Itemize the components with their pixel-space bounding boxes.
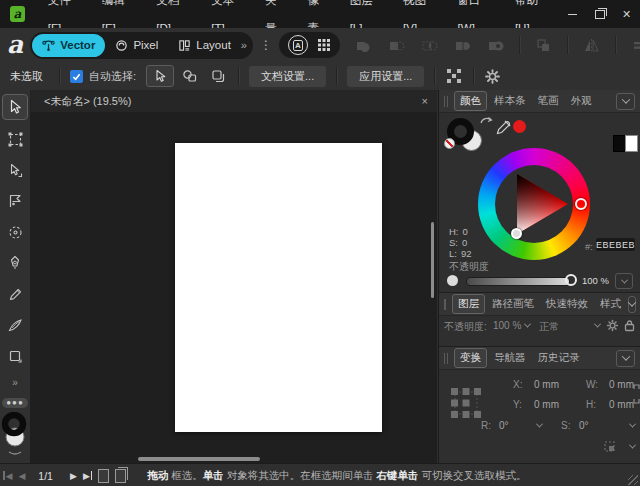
select-object-button[interactable] (178, 66, 202, 86)
persona-vector[interactable]: Vector (32, 34, 105, 57)
link-dimensions-icon[interactable] (633, 383, 640, 405)
facing-pages-icon[interactable] (115, 469, 126, 483)
tab-color[interactable]: 颜色 (454, 91, 487, 111)
no-fill-indicator[interactable] (444, 138, 455, 149)
panel-grip[interactable] (444, 96, 448, 107)
rotation-value[interactable]: 0° (499, 420, 509, 431)
document-tab[interactable]: <未命名> (19.5%) (30, 94, 422, 109)
opacity-dropdown-button[interactable] (615, 273, 633, 289)
panel-grip[interactable] (444, 353, 448, 364)
maximize-button[interactable] (586, 0, 613, 28)
auto-select-checkbox[interactable] (70, 70, 83, 83)
blend-mode-chevron[interactable] (594, 321, 601, 328)
color-picker-icon[interactable] (495, 117, 514, 136)
opacity-min-dot[interactable] (447, 275, 458, 286)
tab-navigator[interactable]: 导航器 (489, 349, 531, 367)
opacity-slider-handle[interactable] (565, 274, 577, 286)
document-settings-button[interactable]: 文档设置... (249, 66, 326, 87)
stroke-well[interactable] (5, 415, 23, 433)
persona-pixel[interactable]: Pixel (105, 34, 168, 57)
saturation-triangle[interactable] (494, 164, 574, 244)
boolean-intersect-icon[interactable] (420, 36, 439, 55)
anchor-point-selector[interactable] (449, 386, 483, 420)
more-tools-chevron[interactable]: » (12, 377, 18, 388)
artboard-tool[interactable] (3, 127, 27, 151)
rectangle-tool[interactable] (3, 344, 27, 368)
tab-layers[interactable]: 图层 (452, 294, 485, 314)
last-page-button[interactable]: ▶ (83, 471, 92, 481)
vertical-scrollbar[interactable] (431, 222, 434, 298)
tab-stroke[interactable]: 笔画 (533, 92, 564, 110)
canvas-viewport[interactable] (30, 112, 437, 463)
horizontal-scrollbar[interactable] (138, 457, 260, 461)
tab-quick-fx[interactable]: 快速特效 (541, 295, 593, 313)
color-wheel[interactable] (478, 148, 590, 260)
hex-value-field[interactable]: EBEBEB (596, 238, 635, 251)
node-tool[interactable] (3, 158, 27, 182)
snapping-icon[interactable] (445, 67, 463, 85)
persona-overflow-chevron[interactable]: » (241, 39, 247, 51)
transform-origin-icon[interactable] (603, 440, 617, 454)
white-swatch[interactable] (625, 135, 638, 152)
minimize-button[interactable] (559, 0, 586, 28)
shear-value[interactable]: 0° (579, 420, 589, 431)
tab-path-brushes[interactable]: 路径画笔 (487, 295, 539, 313)
layers-panel-menu-button[interactable] (628, 296, 636, 313)
grid-toggle-icon[interactable] (317, 38, 331, 52)
rotation-chevron[interactable] (536, 421, 543, 428)
stroke-fill-wells[interactable] (1, 412, 29, 458)
close-button[interactable]: ✕ (613, 0, 640, 28)
align-icon[interactable] (630, 36, 640, 55)
layers-opacity-chevron[interactable] (524, 321, 531, 328)
customize-toolbar-dots[interactable]: ●●● (2, 398, 28, 408)
application-settings-button[interactable]: 应用设置... (347, 66, 424, 87)
toolbar-kebab-icon[interactable]: ⋮ (260, 38, 272, 52)
pencil-tool[interactable] (3, 282, 27, 306)
vector-brush-tool[interactable] (3, 313, 27, 337)
pen-tool[interactable] (3, 251, 27, 275)
point-transform-tool[interactable] (3, 189, 27, 213)
gear-icon[interactable] (484, 68, 501, 85)
window-resize-grip[interactable] (628, 475, 638, 485)
opacity-slider[interactable] (466, 277, 570, 286)
insert-behind-icon[interactable] (534, 36, 553, 55)
w-value[interactable]: 0 mm (609, 379, 634, 390)
x-value[interactable]: 0 mm (534, 379, 559, 390)
tab-styles[interactable]: 样式 (595, 295, 626, 313)
color-panel-menu-button[interactable] (616, 93, 635, 110)
tab-appearance[interactable]: 外观 (566, 92, 597, 110)
blend-options-gear-icon[interactable] (606, 319, 619, 332)
transform-options-chevron[interactable] (629, 442, 636, 449)
previous-page-button[interactable]: ◀ (18, 471, 25, 481)
y-value[interactable]: 0 mm (534, 399, 559, 410)
picked-color-dot[interactable] (513, 120, 526, 133)
swap-colors-icon[interactable] (478, 114, 494, 127)
layers-opacity-value[interactable]: 100 % (493, 320, 521, 331)
tab-history[interactable]: 历史记录 (533, 349, 585, 367)
wells-expand-arc[interactable] (9, 452, 21, 454)
select-cursor-button[interactable] (146, 65, 174, 87)
blend-mode-value[interactable]: 正常 (539, 320, 559, 334)
move-tool[interactable] (2, 94, 28, 120)
tab-close-icon[interactable]: × (422, 95, 428, 107)
flip-horizontal-icon[interactable] (582, 36, 601, 55)
boolean-divide-icon[interactable] (453, 36, 472, 55)
shear-chevron[interactable] (629, 421, 636, 428)
next-page-button[interactable]: ▶ (70, 471, 77, 481)
preview-mode-icon[interactable]: A (288, 35, 308, 55)
document-page[interactable] (175, 143, 382, 432)
hue-selector-handle[interactable] (575, 198, 587, 210)
panel-grip[interactable] (444, 299, 446, 310)
transform-panel-menu-button[interactable] (616, 350, 635, 367)
select-group-button[interactable] (206, 66, 230, 86)
boolean-subtract-icon[interactable] (387, 36, 406, 55)
tab-transform[interactable]: 变换 (454, 348, 487, 368)
lock-icon[interactable] (624, 319, 635, 332)
persona-layout[interactable]: Layout (168, 34, 241, 57)
corner-tool[interactable] (3, 220, 27, 244)
first-page-button[interactable]: ◀ (3, 471, 12, 481)
boolean-add-icon[interactable] (354, 36, 373, 55)
tab-swatches[interactable]: 样本条 (489, 92, 531, 110)
h-value[interactable]: 0 mm (609, 399, 634, 410)
boolean-combine-icon[interactable] (486, 36, 505, 55)
